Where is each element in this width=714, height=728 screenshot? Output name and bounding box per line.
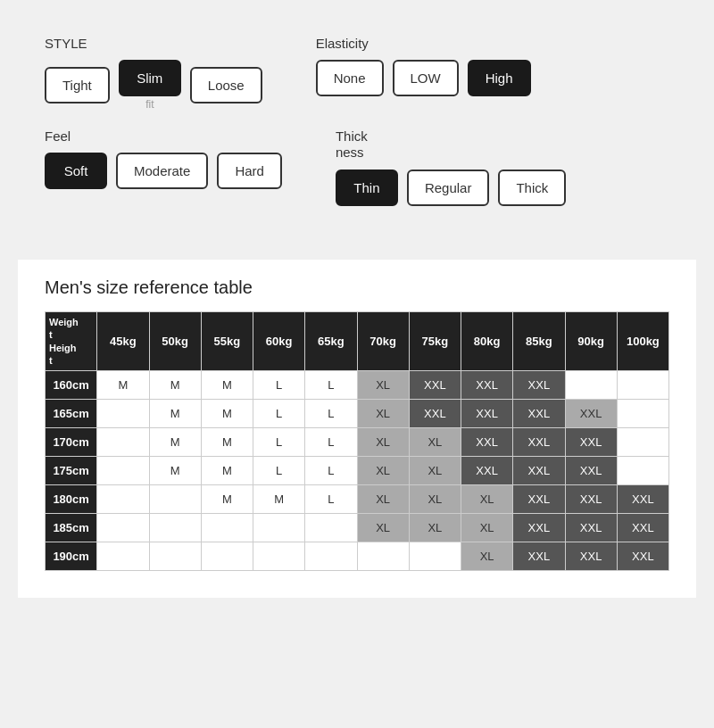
weight-55-header: 55kg: [201, 312, 253, 371]
size-cell: XXL: [409, 400, 461, 428]
size-cell: XL: [357, 485, 409, 514]
table-row: 190cmXLXXLXXLXXL: [46, 542, 669, 571]
weight-100-header: 100kg: [617, 312, 668, 371]
size-cell: [97, 457, 149, 485]
height-cell: 180cm: [46, 485, 97, 514]
size-cell: [97, 428, 149, 457]
size-cell: XXL: [617, 485, 668, 514]
size-cell: [409, 542, 461, 571]
height-cell: 160cm: [46, 371, 97, 400]
size-cell: XL: [357, 428, 409, 457]
size-cell: M: [201, 457, 253, 485]
weight-80-header: 80kg: [461, 312, 513, 371]
size-cell: [149, 514, 201, 542]
size-cell: M: [149, 457, 201, 485]
size-cell: [253, 542, 305, 571]
thickness-regular-button[interactable]: Regular: [407, 170, 490, 206]
feel-moderate-button[interactable]: Moderate: [116, 153, 208, 189]
size-cell: [253, 514, 305, 542]
size-cell: XXL: [565, 514, 617, 542]
size-cell: XXL: [513, 371, 565, 400]
style-label: STYLE: [45, 36, 262, 51]
size-table-title: Men's size reference table: [45, 277, 669, 298]
height-cell: 175cm: [46, 457, 97, 485]
size-cell: XXL: [461, 457, 513, 485]
size-cell: L: [305, 428, 357, 457]
size-cell: XL: [409, 514, 461, 542]
weight-90-header: 90kg: [565, 312, 617, 371]
weight-60-header: 60kg: [253, 312, 305, 371]
size-cell: XXL: [461, 400, 513, 428]
size-cell: M: [201, 485, 253, 514]
table-row: 170cmMMLLXLXLXXLXXLXXL: [46, 428, 669, 457]
size-cell: L: [305, 457, 357, 485]
size-cell: XXL: [461, 428, 513, 457]
size-cell: XXL: [565, 542, 617, 571]
size-cell: XL: [461, 485, 513, 514]
size-cell: XL: [409, 428, 461, 457]
size-cell: [617, 457, 668, 485]
thickness-label: Thickness: [336, 128, 566, 161]
table-row: 160cmMMMLLXLXXLXXLXXL: [46, 371, 669, 400]
elasticity-none-button[interactable]: None: [316, 60, 384, 96]
size-cell: [305, 542, 357, 571]
table-row: 175cmMMLLXLXLXXLXXLXXL: [46, 457, 669, 485]
weight-70-header: 70kg: [357, 312, 409, 371]
size-cell: XL: [461, 542, 513, 571]
size-cell: M: [201, 371, 253, 400]
height-cell: 165cm: [46, 400, 97, 428]
size-cell: L: [253, 457, 305, 485]
elasticity-high-button[interactable]: High: [468, 60, 531, 96]
weight-45-header: 45kg: [97, 312, 149, 371]
size-cell: L: [253, 428, 305, 457]
elasticity-group: Elasticity None LOW High: [316, 36, 531, 111]
style-loose-button[interactable]: Loose: [190, 67, 262, 103]
size-cell: L: [253, 371, 305, 400]
size-cell: XXL: [565, 400, 617, 428]
size-cell: XL: [461, 514, 513, 542]
size-cell: XL: [357, 514, 409, 542]
height-cell: 170cm: [46, 428, 97, 457]
size-cell: XXL: [513, 485, 565, 514]
table-row: 165cmMMLLXLXXLXXLXXLXXL: [46, 400, 669, 428]
size-cell: XXL: [513, 514, 565, 542]
size-cell: M: [253, 485, 305, 514]
size-cell: L: [253, 400, 305, 428]
size-cell: L: [305, 400, 357, 428]
size-cell: [149, 542, 201, 571]
size-cell: XXL: [513, 400, 565, 428]
table-row: 185cmXLXLXLXXLXXLXXL: [46, 514, 669, 542]
size-cell: XXL: [565, 485, 617, 514]
slim-wrapper: Slim fit: [119, 60, 181, 111]
table-row: 180cmMMLXLXLXLXXLXXLXXL: [46, 485, 669, 514]
size-cell: [617, 400, 668, 428]
style-tight-button[interactable]: Tight: [45, 67, 110, 103]
size-cell: M: [149, 371, 201, 400]
size-cell: XXL: [513, 428, 565, 457]
weight-85-header: 85kg: [513, 312, 565, 371]
feel-soft-button[interactable]: Soft: [45, 153, 107, 189]
fit-label: fit: [145, 98, 154, 111]
size-cell: XXL: [617, 542, 668, 571]
thickness-thick-button[interactable]: Thick: [498, 170, 566, 206]
height-cell: 190cm: [46, 542, 97, 571]
thickness-thin-button[interactable]: Thin: [336, 170, 398, 206]
weight-65-header: 65kg: [305, 312, 357, 371]
size-cell: M: [201, 400, 253, 428]
elasticity-low-button[interactable]: LOW: [393, 60, 459, 96]
style-buttons: Tight Slim fit Loose: [45, 60, 262, 111]
style-slim-button[interactable]: Slim: [119, 60, 181, 96]
size-cell: [617, 371, 668, 400]
size-cell: XXL: [461, 371, 513, 400]
size-cell: XL: [357, 371, 409, 400]
size-cell: XL: [357, 400, 409, 428]
feel-group: Feel Soft Moderate Hard: [45, 128, 282, 206]
elasticity-label: Elasticity: [316, 36, 531, 51]
size-cell: [97, 400, 149, 428]
weight-50-header: 50kg: [149, 312, 201, 371]
feel-hard-button[interactable]: Hard: [217, 153, 282, 189]
size-cell: [305, 514, 357, 542]
feel-buttons: Soft Moderate Hard: [45, 153, 282, 189]
corner-header: WeightHeight: [46, 312, 97, 371]
size-cell: XXL: [565, 457, 617, 485]
